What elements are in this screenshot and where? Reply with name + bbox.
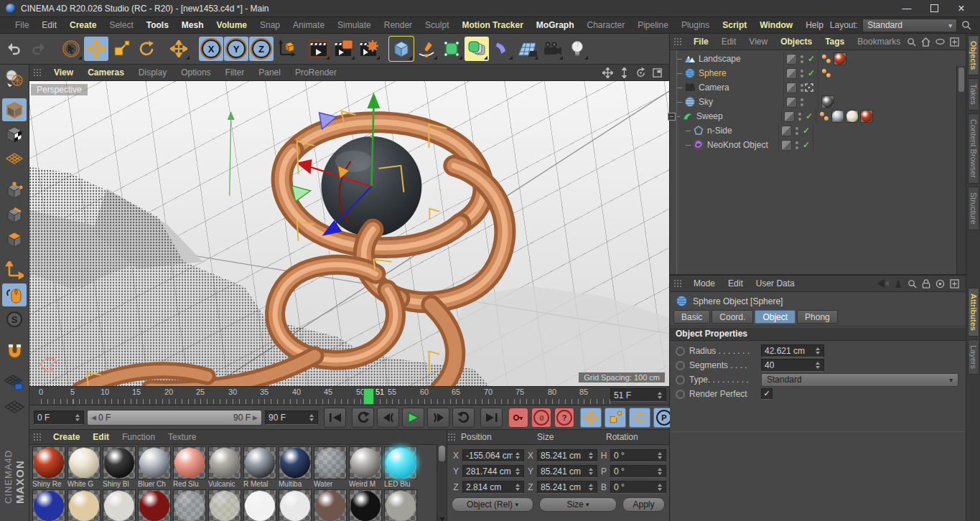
z-axis-lock-button[interactable]: Z <box>249 37 274 61</box>
material-item[interactable] <box>67 489 99 521</box>
material-item[interactable]: White G <box>67 446 99 489</box>
stepper-icon[interactable] <box>814 347 821 355</box>
object-row-sweep[interactable]: – Sweep ✓ <box>670 109 966 123</box>
menu-sculpt[interactable]: Sculpt <box>419 20 455 30</box>
viewport-rotate-icon[interactable] <box>635 67 646 78</box>
render-to-picture-viewer-button[interactable] <box>332 37 356 61</box>
tab-basic[interactable]: Basic <box>673 310 710 324</box>
viewport-menu-view[interactable]: View <box>47 67 80 78</box>
landscape-points-object[interactable] <box>29 167 492 386</box>
viewport-toggle-icon[interactable] <box>652 67 663 78</box>
object-name[interactable]: n-Side <box>707 126 778 136</box>
keyframe-dot-icon[interactable] <box>676 361 685 370</box>
viewport-menu-display[interactable]: Display <box>131 67 174 78</box>
camera-button[interactable] <box>540 37 564 61</box>
object-row-nside[interactable]: n-Side ✓ <box>670 123 966 138</box>
material-item[interactable]: Bluer Ch <box>138 446 169 489</box>
rotation-h-field[interactable]: 0 ° <box>610 449 666 462</box>
object-name[interactable]: Camera <box>699 83 783 93</box>
tab-objects[interactable]: Objects <box>968 35 979 75</box>
am-search-icon[interactable] <box>907 279 917 288</box>
texture-tag-icon[interactable] <box>834 52 846 65</box>
x-axis-lock-button[interactable]: X <box>199 37 223 61</box>
object-name[interactable]: Landscape <box>699 54 783 64</box>
viewport-menu-filter[interactable]: Filter <box>218 67 252 78</box>
viewport-pan-icon[interactable] <box>602 67 613 78</box>
type-dropdown[interactable]: Standard▾ <box>761 373 958 387</box>
material-scrollbar[interactable] <box>437 444 447 521</box>
material-item[interactable] <box>349 489 381 521</box>
stepper-icon[interactable] <box>587 452 594 459</box>
layer-toggle[interactable] <box>786 54 797 65</box>
size-z-field[interactable]: 85.241 cm <box>537 481 597 494</box>
panel-grip-icon[interactable] <box>673 279 683 288</box>
close-button[interactable]: × <box>948 1 974 16</box>
object-name[interactable]: Sweep <box>696 111 781 121</box>
layer-toggle[interactable] <box>784 111 795 122</box>
material-menu-texture[interactable]: Texture <box>162 432 202 442</box>
polygons-mode-button[interactable] <box>2 227 27 250</box>
stepper-icon[interactable] <box>514 452 521 459</box>
tab-content-browser[interactable]: Content Browser <box>968 113 979 184</box>
range-right-arrow-icon[interactable]: ▶ <box>253 414 258 421</box>
make-editable-button[interactable] <box>2 67 27 90</box>
lock-icon[interactable] <box>922 279 930 288</box>
material-item[interactable]: LED Blu <box>384 446 416 489</box>
subdivision-surface-button[interactable] <box>439 37 464 61</box>
menu-character[interactable]: Character <box>581 20 632 30</box>
menu-pipeline[interactable]: Pipeline <box>631 20 675 30</box>
tab-object[interactable]: Object <box>755 310 795 324</box>
add-cube-primitive-button[interactable] <box>389 37 414 61</box>
texture-mode-button[interactable] <box>2 123 27 146</box>
menu-select[interactable]: Select <box>103 20 139 30</box>
object-row-sky[interactable]: Sky <box>670 95 966 109</box>
material-item[interactable]: Vulcanic <box>208 446 240 489</box>
maximize-button[interactable] <box>921 1 947 16</box>
light-button[interactable] <box>565 37 589 61</box>
render-view-button[interactable] <box>307 37 331 61</box>
coordinate-mode-dropdown[interactable]: Object (Rel) ▾ <box>452 497 533 512</box>
rotation-b-field[interactable]: 0 ° <box>610 481 666 494</box>
layer-toggle[interactable] <box>781 126 792 136</box>
texture-tag-icon[interactable] <box>860 110 873 123</box>
tab-coord[interactable]: Coord. <box>711 310 753 324</box>
next-frame-button[interactable] <box>427 408 449 428</box>
object-manager-scrollbar[interactable] <box>956 66 966 274</box>
viewport-zoom-icon[interactable] <box>619 67 630 78</box>
material-menu-edit[interactable]: Edit <box>86 432 116 442</box>
rotation-p-field[interactable]: 0 ° <box>610 465 666 478</box>
am-menu-edit[interactable]: Edit <box>722 278 750 288</box>
camera-active-toggle[interactable] <box>805 83 818 92</box>
menu-script[interactable]: Script <box>716 20 753 30</box>
record-scale-toggle[interactable] <box>605 408 626 428</box>
menu-window[interactable]: Window <box>753 20 799 30</box>
visibility-dots[interactable] <box>794 127 800 135</box>
am-add-icon[interactable] <box>950 279 959 288</box>
layer-toggle[interactable] <box>786 97 797 108</box>
om-menu-view[interactable]: View <box>742 37 774 47</box>
environment-button[interactable] <box>515 37 539 61</box>
object-properties-header[interactable]: Object Properties <box>670 327 966 341</box>
generators-button[interactable] <box>465 37 489 61</box>
scale-tool-button[interactable] <box>109 37 134 61</box>
coordinate-system-button[interactable] <box>274 37 299 61</box>
end-frame-field[interactable]: 90 F <box>265 410 318 425</box>
om-menu-edit[interactable]: Edit <box>715 37 743 47</box>
menu-plugins[interactable]: Plugins <box>675 20 716 30</box>
size-y-field[interactable]: 85.241 cm <box>537 465 597 478</box>
move-tool-button[interactable] <box>84 37 108 61</box>
goto-end-button[interactable] <box>480 408 503 428</box>
am-menu-mode[interactable]: Mode <box>687 278 722 288</box>
material-item[interactable]: Water <box>314 446 345 489</box>
am-menu-userdata[interactable]: User Data <box>750 278 801 288</box>
tweak-mode-button[interactable] <box>2 283 27 306</box>
rotate-tool-button[interactable] <box>134 37 159 61</box>
stepper-icon[interactable] <box>656 452 663 459</box>
goto-start-button[interactable] <box>324 408 346 428</box>
layer-toggle[interactable] <box>786 68 797 79</box>
material-item[interactable] <box>279 489 310 521</box>
menu-simulate[interactable]: Simulate <box>331 20 378 30</box>
spline-pen-button[interactable] <box>414 37 439 61</box>
frame-range-slider[interactable]: ◀ 0 F 90 F ▶ <box>87 410 262 426</box>
layer-toggle[interactable] <box>781 140 792 151</box>
